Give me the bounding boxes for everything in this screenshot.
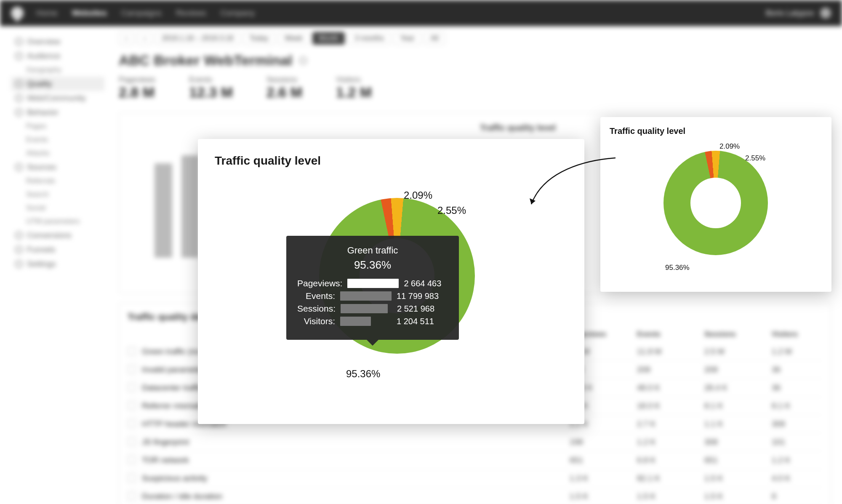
table-row[interactable]: Duration / idle duration1.5 K1.5 K1.5 K8 [128, 488, 822, 504]
metric-label: Pageviews [119, 75, 155, 84]
table-row[interactable]: JS fingerprint1981.2 K308101 [128, 433, 822, 451]
top-navbar: Home Websites Campaigns Reviews Company … [0, 0, 842, 26]
card-title: Traffic quality level [215, 154, 568, 168]
chart-icon [15, 38, 23, 45]
row-checkbox[interactable] [128, 474, 136, 482]
table-row[interactable]: TOR network6516.8 K6511.2 K [128, 451, 822, 469]
sidebar-item-pages[interactable]: Pages [11, 120, 104, 133]
sidebar-item-geography[interactable]: Geography [11, 63, 104, 77]
col-sessions: Sessions [704, 330, 755, 339]
sidebar-item-funnels[interactable]: Funnels [11, 243, 104, 257]
sidebar-item-label: Settings [27, 259, 56, 269]
row-name: Suspicious activity [142, 474, 570, 483]
tooltip-row-value: 2 664 463 [404, 279, 455, 288]
metric-label: Events [189, 75, 233, 84]
preset-year[interactable]: Year [394, 32, 421, 45]
sidebar-item-label: Web/Community [27, 93, 86, 103]
donut-label-green: 95.36% [346, 368, 380, 380]
page-title: ABC Broker WebTerminal [119, 52, 293, 69]
preset-week[interactable]: Week [278, 32, 309, 45]
bar [155, 163, 172, 258]
tooltip-row-bar [340, 291, 392, 301]
sidebar-item-overview[interactable]: Overview [11, 35, 104, 49]
nav-home[interactable]: Home [36, 8, 58, 18]
table-cell: 6.8 K [637, 456, 687, 465]
chart-tooltip: Green traffic 95.36% Pageviews:2 664 463… [286, 236, 459, 340]
link-icon [15, 163, 23, 171]
tooltip-row-bar [340, 317, 371, 326]
row-name: TOR network [142, 456, 570, 465]
tooltip-row-value: 1 204 511 [397, 317, 448, 326]
nav-campaigns[interactable]: Campaigns [121, 8, 162, 18]
globe-icon [15, 94, 23, 102]
sidebar-item-events[interactable]: Events [11, 133, 104, 147]
row-checkbox[interactable] [128, 383, 136, 392]
tooltip-row-value: 2 521 968 [397, 304, 448, 314]
table-cell: 8.1 K [704, 401, 755, 411]
preset-3months[interactable]: 3 months [348, 32, 390, 45]
sidebar-item-label: Behavior [27, 108, 59, 117]
sidebar-item-search-src[interactable]: Search [11, 188, 104, 201]
table-cell: 198 [570, 437, 620, 447]
row-checkbox[interactable] [128, 419, 136, 428]
donut-label-yellow: 2.55% [437, 205, 466, 216]
row-checkbox[interactable] [128, 492, 136, 500]
table-cell: 651 [570, 456, 620, 465]
table-row[interactable]: Suspicious activity1.3 K82.1 K1.5 K4.0 K [128, 469, 822, 488]
metric-value: 1.2 M [336, 84, 372, 101]
sidebar-item-web[interactable]: Web/Community [11, 91, 104, 105]
row-checkbox[interactable] [128, 437, 136, 446]
refresh-icon[interactable] [299, 57, 307, 64]
nav-company[interactable]: Company [221, 8, 255, 18]
sidebar-item-social[interactable]: Social [11, 201, 104, 215]
sidebar-item-label: Overview [27, 37, 60, 46]
table-cell: 1.5 K [570, 492, 620, 501]
metric-sessions: Sessions 2.6 M [266, 75, 302, 101]
tooltip-row-bar [341, 304, 388, 313]
row-checkbox[interactable] [128, 365, 136, 373]
preset-month[interactable]: Month [312, 32, 345, 45]
donut-label-red-small: 2.09% [719, 142, 740, 151]
avatar[interactable] [820, 8, 831, 19]
nav-next-button[interactable]: › [137, 32, 152, 45]
table-cell: 651 [704, 456, 755, 465]
table-cell: 208 [637, 365, 687, 374]
tooltip-row: Events:11 799 983 [297, 291, 448, 301]
row-checkbox[interactable] [128, 347, 136, 355]
user-name[interactable]: Boris Latypov [766, 8, 814, 18]
date-range[interactable]: 2019.1.18 – 2019.3.18 [155, 32, 240, 45]
table-cell: 1.2 K [637, 437, 687, 447]
gauge-icon [15, 80, 23, 88]
metric-value: 2.6 M [266, 84, 302, 101]
sidebar-item-attacks[interactable]: Attacks [11, 147, 104, 160]
table-cell: 8 [772, 492, 822, 501]
table-cell: 2.7 K [637, 419, 687, 429]
table-cell: 308 [772, 419, 822, 429]
sidebar-item-conversions[interactable]: Conversions [11, 228, 104, 243]
metric-label: Visitors [336, 75, 372, 84]
tooltip-row-label: Sessions: [297, 304, 336, 314]
tooltip-row-label: Visitors: [297, 316, 335, 326]
preset-today[interactable]: Today [243, 32, 275, 45]
sidebar-item-quality[interactable]: Quality [11, 77, 104, 91]
nav-websites[interactable]: Websites [72, 8, 107, 18]
nav-prev-button[interactable]: ‹ [119, 32, 134, 45]
tooltip-row-label: Pageviews: [297, 278, 342, 288]
sidebar-item-sources[interactable]: Sources [11, 160, 104, 174]
sidebar-item-behavior[interactable]: Behavior [11, 105, 104, 120]
col-events: Events [637, 330, 687, 339]
preset-all[interactable]: All [424, 32, 445, 45]
card-title: Traffic quality level [610, 126, 822, 136]
tooltip-percent: 95.36% [297, 259, 448, 272]
sidebar-item-audience[interactable]: Audience [11, 49, 104, 63]
table-cell: 1.5 K [704, 474, 755, 483]
sidebar-item-utm[interactable]: UTM parameters [11, 215, 104, 228]
sidebar: Overview Audience Geography Quality Web/… [0, 26, 108, 504]
nav-reviews[interactable]: Reviews [176, 8, 206, 18]
sidebar-item-label: Quality [27, 79, 52, 88]
sidebar-item-settings[interactable]: Settings [11, 257, 104, 271]
row-checkbox[interactable] [128, 401, 136, 410]
donut-label-yellow-small: 2.55% [745, 154, 765, 163]
row-checkbox[interactable] [128, 456, 136, 464]
sidebar-item-referrals[interactable]: Referrals [11, 174, 104, 188]
